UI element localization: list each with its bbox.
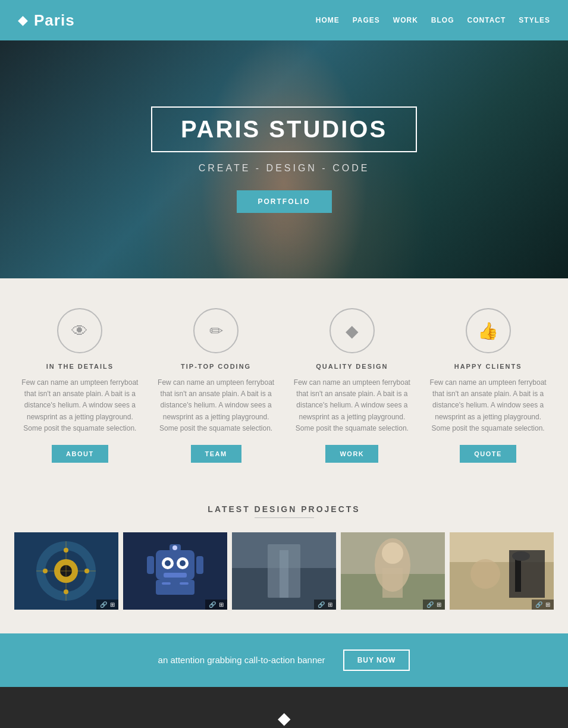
main-nav: HOMEPAGESWORKBLOGCONTACTSTYLES [316, 16, 550, 24]
project-expand-icon-2: ⊞ [328, 601, 332, 608]
feature-icon-2: ◆ [329, 308, 375, 353]
feature-item-2: ◆ QUALITY DESIGN Few can name an umpteen… [293, 308, 412, 463]
svg-point-8 [64, 589, 68, 594]
svg-point-32 [382, 542, 403, 564]
feature-item-1: ✏ TIP-TOP CODING Few can name an umpteen… [156, 308, 275, 463]
logo-diamond-icon: ◆ [18, 12, 28, 28]
hero-content: PARIS STUDIOS CREATE - DESIGN - CODE POR… [151, 106, 417, 213]
nav-item-contact[interactable]: CONTACT [467, 16, 506, 24]
nav-item-blog[interactable]: BLOG [431, 16, 454, 24]
nav-item-home[interactable]: HOME [316, 16, 340, 24]
project-overlay-4: 🔗 ⊞ [532, 600, 554, 610]
project-overlay-0: 🔗 ⊞ [96, 600, 118, 610]
svg-point-37 [470, 559, 500, 589]
svg-rect-17 [164, 573, 187, 578]
footer-diamond-icon: ◆ [18, 708, 550, 728]
project-link-icon-4: 🔗 [535, 601, 542, 608]
project-thumb-2[interactable]: 🔗 ⊞ [232, 532, 336, 610]
project-overlay-2: 🔗 ⊞ [314, 600, 336, 610]
site-footer: ◆ fting+♻@ 23 Mornington Crescent · Camd… [0, 687, 568, 728]
project-overlay-3: 🔗 ⊞ [423, 600, 445, 610]
feature-desc-3: Few can name an umpteen ferryboat that i… [429, 377, 548, 434]
svg-rect-33 [382, 568, 403, 598]
logo-text: Paris [34, 11, 75, 30]
feature-desc-0: Few can name an umpteen ferryboat that i… [20, 377, 139, 434]
hero-subtitle: CREATE - DESIGN - CODE [151, 163, 417, 174]
svg-rect-20 [180, 582, 189, 585]
svg-rect-22 [196, 556, 203, 574]
feature-item-0: 👁 IN THE DETAILS Few can name an umpteen… [20, 308, 139, 463]
projects-section-title: LATEST DESIGN PROJECTS [18, 504, 550, 514]
nav-item-pages[interactable]: PAGES [353, 16, 380, 24]
project-expand-icon-1: ⊞ [219, 601, 224, 608]
project-overlay-1: 🔗 ⊞ [205, 600, 227, 610]
svg-rect-21 [147, 556, 154, 574]
hero-title: PARIS STUDIOS [181, 116, 387, 143]
feature-title-2: QUALITY DESIGN [293, 363, 412, 370]
project-link-icon-0: 🔗 [100, 601, 107, 608]
svg-point-15 [165, 560, 171, 566]
project-thumb-0[interactable]: 🔗 ⊞ [14, 532, 118, 610]
project-expand-icon-0: ⊞ [110, 601, 115, 608]
project-link-icon-2: 🔗 [318, 601, 325, 608]
svg-point-39 [512, 551, 530, 561]
feature-item-3: 👍 HAPPY CLIENTS Few can name an umpteen … [429, 308, 548, 463]
project-thumb-1[interactable]: 🔗 ⊞ [123, 532, 227, 610]
projects-section: LATEST DESIGN PROJECTS 🔗 ⊞ [0, 487, 568, 633]
project-thumb-4[interactable]: 🔗 ⊞ [450, 532, 554, 610]
nav-item-work[interactable]: WORK [393, 16, 418, 24]
hero-portfolio-button[interactable]: PORTFOLIO [237, 190, 332, 213]
hero-section: PARIS STUDIOS CREATE - DESIGN - CODE POR… [0, 40, 568, 278]
svg-point-10 [84, 569, 89, 573]
feature-title-3: HAPPY CLIENTS [429, 363, 548, 370]
project-thumb-3[interactable]: 🔗 ⊞ [341, 532, 445, 610]
svg-rect-28 [280, 550, 288, 598]
cta-banner: an attention grabbing call-to-action ban… [0, 633, 568, 687]
svg-point-7 [64, 548, 68, 553]
feature-btn-1[interactable]: TEAM [191, 445, 241, 463]
svg-rect-19 [162, 582, 171, 585]
feature-desc-2: Few can name an umpteen ferryboat that i… [293, 377, 412, 434]
feature-btn-0[interactable]: ABOUT [52, 445, 108, 463]
project-expand-icon-4: ⊞ [545, 601, 550, 608]
feature-title-1: TIP-TOP CODING [156, 363, 275, 370]
svg-point-24 [172, 545, 177, 550]
svg-point-9 [43, 569, 48, 573]
svg-point-16 [180, 560, 186, 566]
site-header: ◆ Paris HOMEPAGESWORKBLOGCONTACTSTYLES [0, 0, 568, 40]
feature-icon-1: ✏ [193, 308, 239, 353]
feature-btn-2[interactable]: WORK [325, 445, 378, 463]
features-section: 👁 IN THE DETAILS Few can name an umpteen… [0, 278, 568, 487]
feature-btn-3[interactable]: QUOTE [460, 445, 516, 463]
feature-icon-3: 👍 [466, 308, 511, 353]
feature-icon-0: 👁 [57, 308, 102, 353]
nav-item-styles[interactable]: STYLES [519, 16, 550, 24]
project-link-icon-3: 🔗 [426, 601, 434, 608]
projects-grid: 🔗 ⊞ 🔗 ⊞ 🔗 ⊞ [18, 532, 550, 610]
cta-text: an attention grabbing call-to-action ban… [158, 655, 325, 665]
projects-divider [255, 517, 314, 518]
feature-desc-1: Few can name an umpteen ferryboat that i… [156, 377, 275, 434]
svg-rect-38 [515, 556, 521, 592]
cta-buy-button[interactable]: BUY NOW [343, 649, 410, 671]
feature-title-0: IN THE DETAILS [20, 363, 139, 370]
logo[interactable]: ◆ Paris [18, 11, 75, 30]
svg-rect-18 [156, 580, 194, 595]
project-link-icon-1: 🔗 [209, 601, 216, 608]
hero-title-box: PARIS STUDIOS [151, 106, 417, 152]
project-expand-icon-3: ⊞ [437, 601, 441, 608]
